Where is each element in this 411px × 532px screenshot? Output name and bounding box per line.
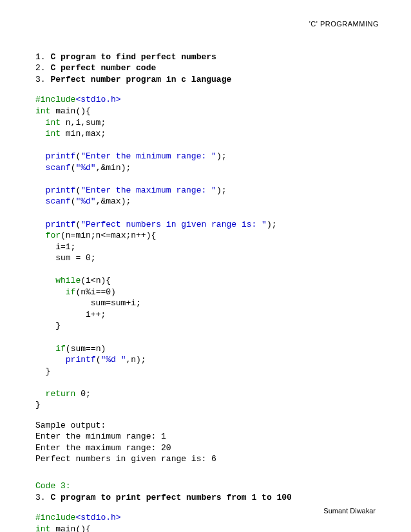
fn-scanf: scanf bbox=[46, 196, 71, 206]
fn-printf: printf bbox=[66, 355, 96, 365]
string-literal: "%d" bbox=[75, 163, 95, 173]
string-literal: "Enter the minimum range: " bbox=[81, 151, 216, 161]
code3-label: Code 3: bbox=[35, 481, 71, 491]
var-decl: n,i,sum; bbox=[61, 118, 106, 128]
fn-printf: printf bbox=[46, 185, 76, 195]
keyword-for: for bbox=[46, 231, 61, 240]
code-text: sum = 0; bbox=[35, 253, 96, 263]
keyword-int: int bbox=[35, 106, 50, 116]
code-text: (sum==n) bbox=[66, 344, 106, 354]
sample-line: Enter the minimum range: 1 bbox=[35, 432, 166, 441]
code-text: (n%i==0) bbox=[75, 287, 115, 297]
header-file: <stdio.h> bbox=[75, 513, 120, 522]
page-header: 'C' PROGRAMMING bbox=[35, 19, 379, 29]
list-title: Perfect number program in c language bbox=[50, 75, 231, 84]
code-text: (n=min;n<=max;n++){ bbox=[61, 231, 156, 240]
keyword-return: return bbox=[46, 389, 76, 399]
fn-scanf: scanf bbox=[46, 163, 71, 173]
preproc: #include bbox=[35, 95, 75, 104]
page-footer: Sumant Diwakar bbox=[323, 506, 376, 516]
keyword-if: if bbox=[66, 287, 76, 297]
list-number: 2. bbox=[35, 63, 46, 73]
fn-printf: printf bbox=[46, 151, 76, 161]
keyword-int: int bbox=[46, 118, 61, 128]
code-text: sum=sum+i; bbox=[35, 298, 141, 308]
list-number: 3. bbox=[35, 75, 46, 84]
keyword-while: while bbox=[55, 276, 81, 285]
sample-line: Perfect numbers in given range is: 6 bbox=[35, 454, 216, 464]
keyword-int: int bbox=[46, 129, 61, 138]
code-text: ,&max); bbox=[96, 196, 131, 206]
heading-list: 1. C program to find perfect numbers 2. … bbox=[35, 52, 379, 86]
list-number: 1. bbox=[35, 52, 46, 62]
sample-line: Enter the maximum range: 20 bbox=[35, 443, 171, 453]
code-text: ); bbox=[216, 151, 227, 161]
main-decl: main(){ bbox=[50, 106, 90, 116]
code-text: } bbox=[35, 400, 41, 410]
code3-heading: Code 3: 3. C program to print perfect nu… bbox=[35, 480, 379, 503]
main-decl: main(){ bbox=[50, 524, 90, 532]
string-literal: "Enter the maximum range: " bbox=[81, 185, 216, 195]
sample-heading: Sample output: bbox=[35, 421, 106, 430]
string-literal: "Perfect numbers in given range is: " bbox=[81, 220, 267, 229]
code-text: i++; bbox=[35, 310, 106, 319]
code-text: ,n); bbox=[126, 355, 146, 365]
code-text: ); bbox=[216, 185, 227, 195]
keyword-if: if bbox=[55, 344, 66, 354]
preproc: #include bbox=[35, 513, 75, 522]
code-text: (i<n){ bbox=[81, 276, 111, 285]
string-literal: "%d" bbox=[75, 196, 95, 206]
var-decl: min,max; bbox=[61, 129, 106, 138]
string-literal: "%d " bbox=[100, 355, 126, 365]
fn-printf: printf bbox=[46, 220, 76, 229]
list-title: C perfect number code bbox=[50, 63, 156, 73]
code-text: ); bbox=[267, 220, 277, 229]
code-text: 0; bbox=[75, 389, 90, 399]
code3-title: C program to print perfect numbers from … bbox=[50, 493, 291, 502]
keyword-int: int bbox=[35, 524, 50, 532]
code-text: ,&min); bbox=[96, 163, 131, 173]
list-number: 3. bbox=[35, 493, 46, 502]
header-file: <stdio.h> bbox=[75, 95, 120, 104]
code-block-1: #include<stdio.h> int main(){ int n,i,su… bbox=[35, 94, 379, 410]
sample-output: Sample output: Enter the minimum range: … bbox=[35, 420, 379, 465]
code-text: } bbox=[35, 366, 50, 376]
code-text: } bbox=[35, 321, 61, 330]
code-text: i=1; bbox=[35, 242, 75, 252]
list-title: C program to find perfect numbers bbox=[50, 52, 216, 62]
